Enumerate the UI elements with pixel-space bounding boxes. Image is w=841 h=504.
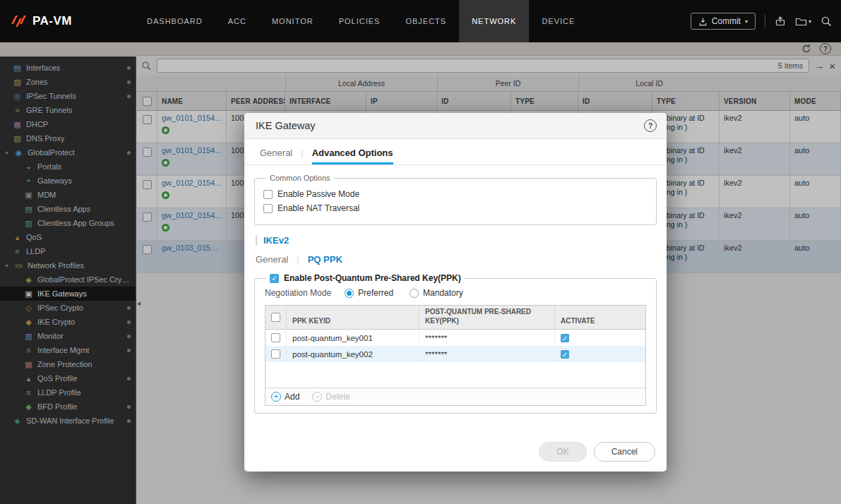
tab-advanced-options[interactable]: Advanced Options (312, 148, 393, 164)
add-ppk-button[interactable]: Add (271, 392, 299, 402)
config-folder-caret-icon: ▾ (809, 18, 811, 25)
negotiation-mode-label: Negotiation Mode (265, 288, 331, 298)
common-options-legend: Common Options (266, 174, 334, 182)
commit-caret-icon: ▾ (745, 18, 748, 25)
ppk-table-empty-area (266, 362, 645, 388)
cancel-button[interactable]: Cancel (594, 442, 655, 462)
ikev2-tab-general[interactable]: General (256, 254, 288, 265)
tab-policies[interactable]: POLICIES (326, 0, 393, 42)
global-search-icon[interactable] (821, 16, 833, 28)
negotiation-mode-row: Negotiation Mode Preferred Mandatory (265, 288, 646, 298)
config-folder-icon[interactable]: ▾ (795, 16, 811, 27)
tab-separator (297, 254, 299, 265)
activate-checkbox[interactable] (561, 334, 569, 342)
tab-network[interactable]: NETWORK (459, 0, 529, 42)
dialog-body: Common Options Enable Passive Mode Enabl… (244, 165, 667, 414)
ike-gateway-dialog: IKE Gateway General Advanced Options Com… (244, 113, 667, 472)
palo-alto-flame-icon (10, 13, 27, 29)
radio-unselected-icon (410, 289, 419, 298)
checkbox-unchecked-icon (263, 204, 273, 213)
ikev2-subtabs: General PQ PPK (256, 254, 657, 265)
dialog-footer: OK Cancel (539, 442, 655, 462)
logo-text: PA-VM (32, 14, 72, 28)
checkbox-unchecked-icon (263, 190, 273, 199)
preferred-radio[interactable]: Preferred (345, 288, 393, 298)
mandatory-radio[interactable]: Mandatory (410, 288, 463, 298)
commit-label: Commit (712, 16, 741, 26)
ppk-row-checkbox[interactable] (271, 333, 280, 342)
ppk-table: PPK KEYID POST-QUANTUM PRE-SHARED KEY(PP… (265, 305, 646, 406)
enable-passive-mode-checkbox[interactable]: Enable Passive Mode (263, 189, 648, 199)
dialog-header: IKE Gateway (244, 113, 667, 139)
commit-icon (698, 17, 708, 26)
commit-button[interactable]: Commit ▾ (691, 13, 756, 30)
enable-ppk-checkbox[interactable]: Enable Post-Quantum Pre-Shared Key(PPK) (270, 273, 461, 283)
ppk-table-footer: Add Delete (266, 388, 645, 405)
top-navbar: PA-VM DASHBOARD ACC MONITOR POLICIES OBJ… (0, 0, 841, 42)
tab-monitor[interactable]: MONITOR (259, 0, 326, 42)
push-config-icon[interactable] (775, 16, 786, 27)
ppk-table-header: PPK KEYID POST-QUANTUM PRE-SHARED KEY(PP… (266, 306, 645, 330)
col-activate[interactable]: ACTIVATE (555, 306, 645, 329)
pa-vm-logo: PA-VM (10, 13, 72, 29)
ppk-table-row[interactable]: post-quantum_key002 ******* (266, 346, 645, 362)
radio-selected-icon (345, 289, 354, 298)
checkbox-checked-icon (270, 274, 279, 283)
app-root: PA-VM DASHBOARD ACC MONITOR POLICIES OBJ… (0, 0, 841, 504)
ppk-table-row[interactable]: post-quantum_key001 ******* (266, 330, 645, 346)
tab-dashboard[interactable]: DASHBOARD (134, 0, 215, 42)
col-ppk-keyid[interactable]: PPK KEYID (287, 306, 419, 329)
dialog-help-icon[interactable] (644, 119, 657, 132)
tab-separator (301, 148, 303, 164)
minus-circle-icon (312, 392, 322, 402)
tab-general[interactable]: General (260, 148, 292, 164)
tab-acc[interactable]: ACC (215, 0, 259, 42)
navbar-right-actions: Commit ▾ ▾ (691, 0, 833, 42)
dialog-title: IKE Gateway (256, 120, 316, 131)
ikev2-tab-pq-ppk[interactable]: PQ PPK (308, 254, 342, 265)
ikev2-section-heading: IKEv2 (256, 235, 657, 246)
ppk-select-all-checkbox[interactable] (271, 313, 280, 322)
tab-objects[interactable]: OBJECTS (393, 0, 459, 42)
common-options-fieldset: Common Options Enable Passive Mode Enabl… (254, 174, 657, 225)
ok-button[interactable]: OK (539, 442, 586, 462)
main-nav-tabs: DASHBOARD ACC MONITOR POLICIES OBJECTS N… (134, 0, 587, 42)
plus-circle-icon (271, 392, 281, 402)
dialog-tabs: General Advanced Options (244, 139, 667, 165)
navbar-separator (765, 15, 765, 28)
ppk-fieldset: Enable Post-Quantum Pre-Shared Key(PPK) … (254, 273, 657, 414)
enable-nat-traversal-checkbox[interactable]: Enable NAT Traversal (263, 203, 648, 213)
ppk-row-checkbox[interactable] (271, 349, 280, 359)
col-ppk-key[interactable]: POST-QUANTUM PRE-SHARED KEY(PPK) (419, 306, 555, 329)
delete-ppk-button[interactable]: Delete (312, 392, 350, 402)
activate-checkbox[interactable] (561, 350, 569, 359)
tab-device[interactable]: DEVICE (529, 0, 587, 42)
